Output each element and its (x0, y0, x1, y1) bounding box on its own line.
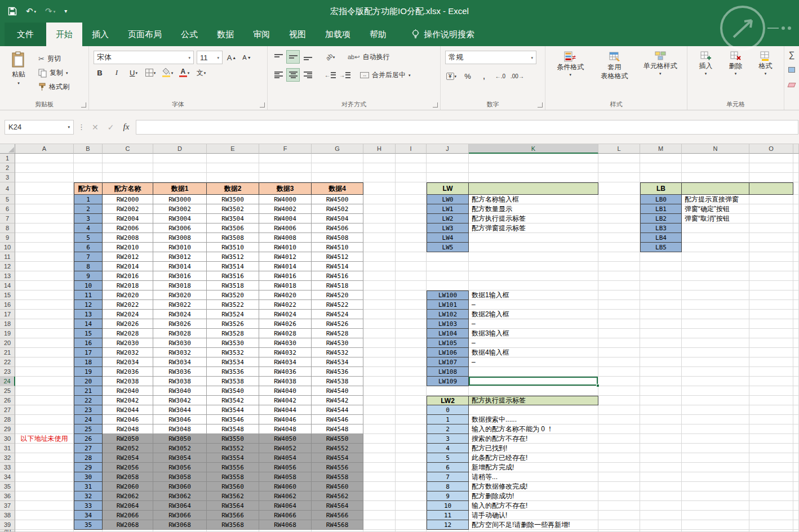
col-header-K[interactable]: K (469, 144, 598, 154)
tab-公式[interactable]: 公式 (171, 23, 207, 46)
cell-A25[interactable] (15, 386, 74, 396)
cell-K29[interactable]: 输入的配方名称不能为 0 ！ (469, 424, 598, 434)
cell-L31[interactable] (598, 444, 640, 453)
cell-B24[interactable]: 20 (74, 377, 103, 386)
cell-N3[interactable] (682, 173, 749, 182)
cell-A10[interactable] (15, 243, 74, 252)
cell-C30[interactable]: RW2050 (103, 434, 153, 444)
cell-A32[interactable] (15, 453, 74, 463)
cell-E38[interactable]: RW3566 (207, 511, 259, 520)
cell-G17[interactable]: RW4524 (312, 310, 363, 319)
cell-B34[interactable]: 30 (74, 472, 103, 482)
row-header-37[interactable]: 37 (0, 501, 15, 511)
cell-L26[interactable] (598, 396, 640, 405)
cell-J31[interactable]: 4 (427, 444, 469, 453)
cell-O11[interactable] (749, 252, 793, 262)
save-button[interactable] (8, 7, 17, 16)
row-header-14[interactable]: 14 (0, 281, 15, 290)
cell-B4[interactable]: 配方数 (74, 182, 103, 195)
cell-P4[interactable] (793, 182, 799, 195)
decrease-font-size-button[interactable]: A▼ (241, 51, 253, 64)
cell-L35[interactable] (598, 482, 640, 491)
cell-K18[interactable]: – (469, 319, 598, 329)
cell-D9[interactable]: RW3008 (153, 233, 207, 243)
bold-button[interactable]: B (94, 66, 106, 79)
cell-K24[interactable] (469, 377, 598, 386)
cell-M11[interactable] (640, 252, 682, 262)
cell-F5[interactable]: RW4000 (259, 195, 312, 204)
cell-A38[interactable] (15, 511, 74, 520)
name-box[interactable]: K24 ▾ (5, 120, 74, 135)
cell-H9[interactable] (363, 233, 396, 243)
phonetic-guide-button[interactable]: 文▾ (195, 66, 207, 79)
cell-C24[interactable]: RW2038 (103, 377, 153, 386)
cell-I13[interactable] (396, 271, 427, 281)
cell-B15[interactable]: 11 (74, 290, 103, 300)
cell-I21[interactable] (396, 348, 427, 357)
cell-K23[interactable] (469, 367, 598, 377)
cell-I12[interactable] (396, 262, 427, 271)
cell-P1[interactable] (793, 154, 799, 163)
cell-B11[interactable]: 7 (74, 252, 103, 262)
row-header-29[interactable]: 29 (0, 424, 15, 434)
cell-P15[interactable] (793, 290, 799, 300)
font-color-button[interactable]: A ▾ (178, 66, 190, 79)
cell-A4[interactable] (15, 182, 74, 195)
cell-K2[interactable] (469, 163, 598, 173)
cell-F2[interactable] (259, 163, 312, 173)
cell-D20[interactable]: RW3030 (153, 338, 207, 348)
cell-F1[interactable] (259, 154, 312, 163)
cell-M19[interactable] (640, 329, 682, 338)
cell-J14[interactable] (427, 281, 469, 290)
cell-L38[interactable] (598, 511, 640, 520)
cell-H25[interactable] (363, 386, 396, 396)
cell-B33[interactable]: 29 (74, 463, 103, 472)
cell-E15[interactable]: RW3520 (207, 290, 259, 300)
cell-F40[interactable] (259, 530, 312, 532)
cell-P37[interactable] (793, 501, 799, 511)
cell-J17[interactable]: LW102 (427, 310, 469, 319)
cell-H28[interactable] (363, 415, 396, 424)
cell-K25[interactable] (469, 386, 598, 396)
cell-E31[interactable]: RW3552 (207, 444, 259, 453)
row-header-30[interactable]: 30 (0, 434, 15, 444)
cell-F3[interactable] (259, 173, 312, 182)
cell-K11[interactable] (469, 252, 598, 262)
cell-J4[interactable]: LW (427, 182, 469, 195)
cell-C36[interactable]: RW2062 (103, 491, 153, 501)
align-right-button[interactable] (301, 69, 314, 81)
row-header-27[interactable]: 27 (0, 405, 15, 415)
row-header-19[interactable]: 19 (0, 329, 15, 338)
cell-O25[interactable] (749, 386, 793, 396)
cell-F37[interactable]: RW4064 (259, 501, 312, 511)
row-header-11[interactable]: 11 (0, 252, 15, 262)
tab-加载项[interactable]: 加载项 (316, 23, 360, 46)
cell-D23[interactable]: RW3036 (153, 367, 207, 377)
cell-C40[interactable] (103, 530, 153, 532)
cell-C27[interactable]: RW2044 (103, 405, 153, 415)
insert-cells-button[interactable]: 插入 ▾ (691, 48, 721, 75)
cell-M37[interactable] (640, 501, 682, 511)
cell-D11[interactable]: RW3012 (153, 252, 207, 262)
tab-开始[interactable]: 开始 (46, 23, 82, 46)
cell-C38[interactable]: RW2066 (103, 511, 153, 520)
cell-H17[interactable] (363, 310, 396, 319)
cell-D38[interactable]: RW3066 (153, 511, 207, 520)
cell-G15[interactable]: RW4520 (312, 290, 363, 300)
cell-I27[interactable] (396, 405, 427, 415)
cell-I2[interactable] (396, 163, 427, 173)
row-header-40[interactable]: 40 (0, 530, 15, 532)
fill-handle[interactable] (596, 384, 600, 387)
cell-J9[interactable]: LW4 (427, 233, 469, 243)
cell-P33[interactable] (793, 463, 799, 472)
cell-G27[interactable]: RW4544 (312, 405, 363, 415)
cell-E36[interactable]: RW3562 (207, 491, 259, 501)
cell-G34[interactable]: RW4558 (312, 472, 363, 482)
cell-N2[interactable] (682, 163, 749, 173)
cell-N10[interactable] (682, 243, 749, 252)
cell-N36[interactable] (682, 491, 749, 501)
cell-N27[interactable] (682, 405, 749, 415)
cell-L23[interactable] (598, 367, 640, 377)
cell-D39[interactable]: RW3068 (153, 520, 207, 530)
cell-P7[interactable] (793, 214, 799, 223)
